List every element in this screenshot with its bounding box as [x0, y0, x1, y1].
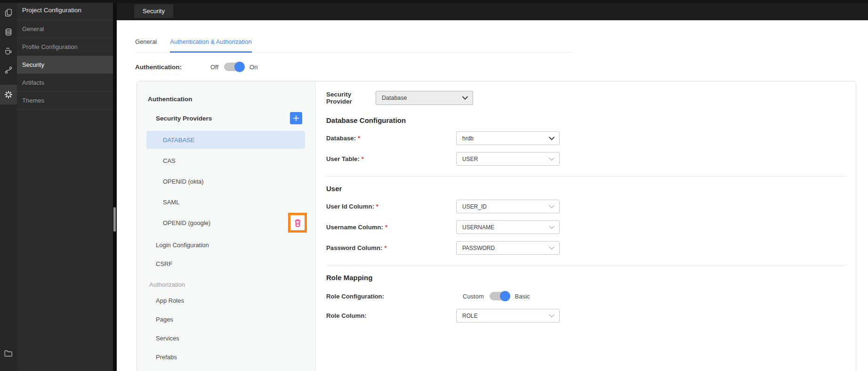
topbar-tab-security[interactable]: Security [134, 4, 173, 18]
database-select[interactable]: hrdb [456, 131, 560, 145]
sidebar-item-themes[interactable]: Themes [17, 92, 113, 110]
security-providers-label: Security Providers [156, 115, 212, 122]
database-field-row: Database:* hrdb [326, 131, 846, 145]
top-strip [0, 0, 868, 3]
required-asterisk: * [362, 155, 364, 162]
password-column-label: Password Column:* [326, 244, 456, 251]
user-table-value: USER [462, 156, 478, 162]
sidebar-title: Project Configuration [17, 0, 113, 20]
security-provider-value: Database [382, 95, 407, 101]
role-configuration-toggle-group: Custom Basic [463, 292, 530, 300]
role-mapping-heading: Role Mapping [326, 274, 846, 282]
user-id-column-label: User Id Column:* [326, 203, 456, 210]
main-area: Security General Authentication & Author… [117, 0, 868, 371]
role-basic-label: Basic [515, 293, 530, 300]
annotation-highlight-box [288, 213, 307, 233]
sidebar-item-security[interactable]: Security [17, 56, 113, 74]
provider-item-openid-okta[interactable]: OPENID (okta) [146, 172, 305, 190]
chevron-down-icon [549, 314, 555, 318]
project-configuration-screen: Project Configuration General Profile Co… [0, 0, 868, 371]
nav-link-app-roles[interactable]: App Roles [137, 291, 315, 310]
chevron-down-icon [462, 96, 468, 100]
authentication-off-label: Off [210, 64, 218, 71]
plus-icon [293, 115, 299, 121]
user-id-column-select[interactable]: USER_ID [456, 200, 560, 213]
splitter-scrollbar-thumb[interactable] [113, 207, 116, 232]
apis-icon[interactable] [0, 60, 17, 80]
authorization-section-label: Authorization [149, 278, 315, 291]
username-column-row: Username Column:* USERNAME [326, 220, 846, 234]
panel-splitter[interactable] [113, 0, 117, 371]
password-column-row: Password Column:* PASSWORD [326, 241, 846, 255]
user-table-select[interactable]: USER [456, 152, 560, 166]
password-column-select[interactable]: PASSWORD [456, 241, 560, 255]
password-column-value: PASSWORD [462, 245, 495, 251]
toggle-knob [500, 291, 510, 301]
role-custom-label: Custom [463, 293, 484, 300]
folder-icon[interactable] [0, 344, 17, 363]
required-asterisk: * [385, 224, 387, 231]
user-table-field-row: User Table:* USER [326, 152, 846, 166]
provider-item-saml[interactable]: SAML [146, 193, 305, 211]
username-column-select[interactable]: USERNAME [456, 220, 560, 234]
database-icon[interactable] [0, 23, 17, 42]
add-provider-button[interactable] [290, 112, 302, 124]
required-asterisk: * [384, 244, 386, 251]
security-provider-row: Security Provider Database [326, 91, 846, 105]
nav-link-pages[interactable]: Pages [137, 310, 315, 329]
provider-config-form: Security Provider Database Database Conf… [316, 81, 856, 371]
security-nav-panel: Authentication Security Providers DATABA… [137, 81, 316, 371]
security-provider-select[interactable]: Database [376, 91, 473, 105]
pages-icon[interactable] [0, 3, 17, 23]
authentication-on-label: On [249, 64, 257, 71]
authentication-label: Authentication: [135, 64, 210, 71]
required-asterisk: * [376, 203, 378, 210]
provider-item-cas[interactable]: CAS [146, 152, 305, 169]
topbar: Security [117, 0, 868, 20]
tab-authentication-authorization[interactable]: Authentication & Authorization [170, 38, 251, 53]
security-providers-header: Security Providers [156, 112, 302, 124]
tab-general[interactable]: General [135, 38, 157, 52]
username-column-label: Username Column:* [326, 224, 456, 231]
role-configuration-toggle[interactable] [490, 292, 509, 300]
user-id-column-row: User Id Column:* USER_ID [326, 200, 846, 213]
chevron-down-icon [549, 137, 555, 140]
authentication-toggle[interactable] [224, 63, 244, 71]
required-asterisk: * [358, 135, 360, 142]
sidebar-item-artifacts[interactable]: Artifacts [17, 74, 113, 92]
database-configuration-heading: Database Configuration [326, 116, 846, 124]
role-configuration-label: Role Configuration: [326, 293, 456, 300]
authentication-section-label: Authentication [148, 96, 315, 103]
nav-link-services[interactable]: Services [137, 329, 315, 347]
security-config-card: Authentication Security Providers DATABA… [137, 81, 856, 371]
sidebar-item-profile-configuration[interactable]: Profile Configuration [17, 38, 113, 56]
settings-gear-icon[interactable] [0, 85, 17, 105]
chevron-down-icon [549, 157, 555, 161]
user-id-column-value: USER_ID [462, 203, 487, 210]
role-column-row: Role Column: ROLE [326, 309, 846, 323]
database-value: hrdb [462, 135, 474, 142]
provider-item-openid-google[interactable]: OPENID (google) [146, 214, 305, 232]
provider-list: DATABASE CAS OPENID (okta) SAML OPENID (… [137, 131, 315, 232]
role-configuration-row: Role Configuration: Custom Basic [326, 292, 846, 300]
user-table-label: User Table:* [326, 155, 456, 162]
provider-item-database[interactable]: DATABASE [146, 131, 305, 149]
nav-link-csrf[interactable]: CSRF [137, 254, 315, 273]
tab-bar: General Authentication & Authorization [135, 38, 573, 53]
role-column-select[interactable]: ROLE [456, 309, 560, 323]
provider-item-label: OPENID (google) [163, 219, 210, 226]
chevron-down-icon [549, 246, 555, 250]
nav-link-login-configuration[interactable]: Login Configuration [137, 235, 315, 254]
security-provider-label: Security Provider [326, 91, 376, 105]
database-label: Database:* [326, 135, 456, 142]
java-services-icon[interactable] [0, 41, 17, 61]
delete-provider-trash-icon[interactable] [294, 219, 301, 227]
role-column-value: ROLE [462, 313, 478, 319]
sidebar-item-general[interactable]: General [17, 20, 113, 38]
username-column-value: USERNAME [462, 224, 494, 231]
chevron-down-icon [549, 226, 555, 229]
nav-link-prefabs[interactable]: Prefabs [137, 347, 315, 366]
sidebar: Project Configuration General Profile Co… [17, 0, 113, 371]
authentication-toggle-row: Authentication: Off On [135, 63, 868, 71]
user-heading: User [326, 185, 846, 193]
